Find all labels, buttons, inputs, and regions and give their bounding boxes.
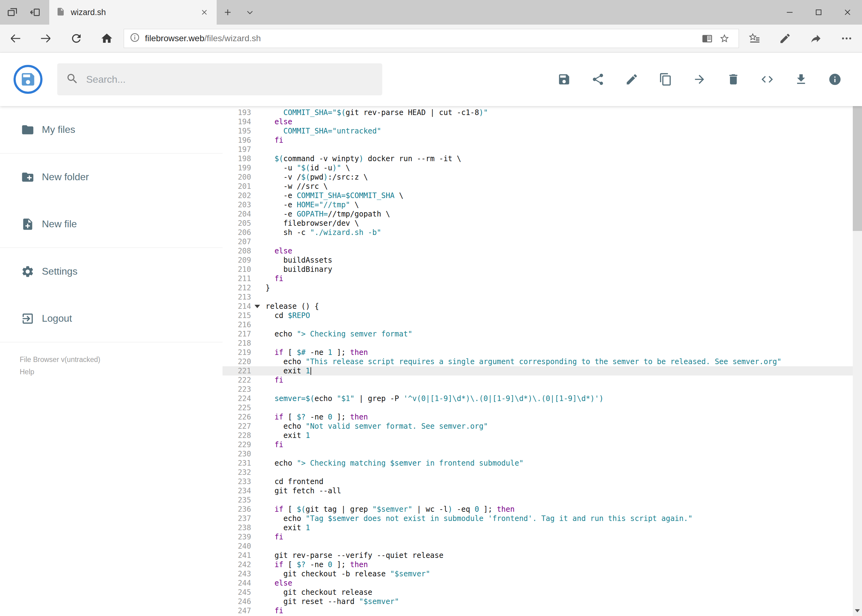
minimize-button[interactable] bbox=[775, 0, 804, 25]
code-line[interactable]: 194 else bbox=[222, 117, 853, 126]
edit-button[interactable] bbox=[624, 72, 639, 87]
code-line[interactable]: 217 echo "> Checking semver format" bbox=[222, 329, 853, 339]
code-line[interactable]: 193 COMMIT_SHA="$(git rev-parse HEAD | c… bbox=[222, 108, 853, 117]
code-line[interactable]: 231 echo "> Checking matching $semver in… bbox=[222, 459, 853, 468]
help-link[interactable]: Help bbox=[20, 366, 222, 378]
code-line[interactable]: 246 git reset --hard "$semver" bbox=[222, 597, 853, 606]
code-line[interactable]: 243 git checkout -b release "$semver" bbox=[222, 569, 853, 578]
code-line[interactable]: 204 -e GOPATH=//tmp/gopath \ bbox=[222, 209, 853, 218]
move-button[interactable] bbox=[692, 72, 707, 87]
code-line[interactable]: 199 -u "$(id -u)" \ bbox=[222, 163, 853, 173]
browser-tab[interactable]: wizard.sh bbox=[49, 0, 217, 25]
code-line[interactable]: 215 cd $REPO bbox=[222, 311, 853, 320]
sidebar-item-new-file[interactable]: New file bbox=[0, 201, 222, 248]
url-field[interactable]: filebrowser.web/files/wizard.sh bbox=[124, 29, 739, 48]
sidebar-item-settings[interactable]: Settings bbox=[0, 248, 222, 295]
sidebar-item-logout[interactable]: Logout bbox=[0, 295, 222, 342]
code-line[interactable]: 232 bbox=[222, 468, 853, 477]
copy-button[interactable] bbox=[658, 72, 673, 87]
back-button[interactable] bbox=[0, 25, 30, 52]
sidebar-item-new-folder[interactable]: New folder bbox=[0, 154, 222, 201]
home-button[interactable] bbox=[91, 25, 122, 52]
code-line[interactable]: 206 sh -c "./wizard.sh -b" bbox=[222, 228, 853, 237]
tab-dropdown-icon[interactable] bbox=[239, 0, 261, 25]
share-button[interactable] bbox=[591, 72, 605, 87]
star-icon[interactable] bbox=[716, 30, 733, 47]
code-line[interactable]: 220 echo "This release script requires a… bbox=[222, 357, 853, 366]
code-line[interactable]: 200 -v /$(pwd):/src:z \ bbox=[222, 173, 853, 182]
code-line[interactable]: 195 COMMIT_SHA="untracked" bbox=[222, 126, 853, 136]
tab-preview-icon[interactable] bbox=[6, 6, 19, 19]
new-tab-button[interactable] bbox=[217, 0, 239, 25]
info-button[interactable] bbox=[827, 72, 842, 87]
more-icon[interactable] bbox=[831, 25, 862, 52]
code-line[interactable]: 205 filebrowser/dev \ bbox=[222, 218, 853, 228]
code-line[interactable]: 201 -w //src \ bbox=[222, 182, 853, 191]
code-line[interactable]: 225 bbox=[222, 403, 853, 412]
code-line[interactable]: 212} bbox=[222, 283, 853, 292]
vertical-scrollbar[interactable] bbox=[853, 53, 862, 616]
code-line[interactable]: 247 fi bbox=[222, 606, 853, 615]
search-input[interactable] bbox=[85, 74, 373, 85]
code-line[interactable]: 203 -e HOME="//tmp" \ bbox=[222, 200, 853, 209]
code-button[interactable] bbox=[760, 72, 775, 87]
code-line[interactable]: 218 bbox=[222, 339, 853, 348]
code-line[interactable]: 211 fi bbox=[222, 274, 853, 283]
code-line[interactable]: 227 echo "Not valid semver format. See s… bbox=[222, 422, 853, 431]
code-editor[interactable]: 193 COMMIT_SHA="$(git rev-parse HEAD | c… bbox=[222, 106, 853, 616]
close-button[interactable] bbox=[833, 0, 862, 25]
code-line[interactable]: 245 git checkout release bbox=[222, 588, 853, 597]
reader-icon[interactable] bbox=[698, 30, 716, 47]
code-line[interactable]: 239 fi bbox=[222, 532, 853, 542]
code-line[interactable]: 230 bbox=[222, 449, 853, 459]
code-line[interactable]: 214release () { bbox=[222, 302, 853, 311]
code-line[interactable]: 240 bbox=[222, 542, 853, 551]
set-aside-icon[interactable] bbox=[28, 6, 42, 19]
code-line[interactable]: 224 semver=$(echo "$1" | grep -P '^v(0|[… bbox=[222, 394, 853, 403]
code-line[interactable]: 226 if [ $? -ne 0 ]; then bbox=[222, 412, 853, 422]
code-line[interactable]: 196 fi bbox=[222, 136, 853, 145]
filebrowser-logo[interactable] bbox=[14, 65, 43, 94]
code-line[interactable]: 198 $(command -v winpty) docker run --rm… bbox=[222, 154, 853, 163]
code-line[interactable]: 241 git rev-parse --verify --quiet relea… bbox=[222, 551, 853, 560]
download-button[interactable] bbox=[794, 72, 808, 87]
code-line[interactable]: 242 if [ $? -ne 0 ]; then bbox=[222, 560, 853, 569]
delete-button[interactable] bbox=[726, 72, 741, 87]
code-line[interactable]: 222 fi bbox=[222, 376, 853, 385]
code-line[interactable]: 197 bbox=[222, 145, 853, 154]
hub-icon[interactable] bbox=[739, 25, 770, 52]
code-line[interactable]: 202 -e COMMIT_SHA=$COMMIT_SHA \ bbox=[222, 191, 853, 200]
fold-gutter bbox=[251, 329, 266, 339]
code-line[interactable]: 228 exit 1 bbox=[222, 431, 853, 440]
code-line[interactable]: 210 buildBinary bbox=[222, 265, 853, 274]
code-line[interactable]: 233 cd frontend bbox=[222, 477, 853, 486]
code-line[interactable]: 216 bbox=[222, 320, 853, 329]
code-line[interactable]: 238 exit 1 bbox=[222, 523, 853, 532]
code-line[interactable]: 235 bbox=[222, 495, 853, 504]
code-line[interactable]: 207 bbox=[222, 237, 853, 246]
fold-gutter[interactable] bbox=[251, 302, 266, 311]
scroll-down-icon[interactable] bbox=[853, 605, 862, 616]
page-info-icon[interactable] bbox=[129, 32, 140, 45]
code-line[interactable]: 221 exit 1 bbox=[222, 366, 853, 376]
pen-icon[interactable] bbox=[770, 25, 801, 52]
code-line[interactable]: 234 git fetch --all bbox=[222, 486, 853, 495]
code-line[interactable]: 244 else bbox=[222, 578, 853, 588]
code-line[interactable]: 223 bbox=[222, 385, 853, 394]
refresh-button[interactable] bbox=[61, 25, 91, 52]
code-line[interactable]: 209 buildAssets bbox=[222, 256, 853, 265]
forward-button[interactable] bbox=[30, 25, 61, 52]
maximize-button[interactable] bbox=[804, 0, 833, 25]
code-line[interactable]: 213 bbox=[222, 292, 853, 302]
save-button[interactable] bbox=[557, 72, 572, 87]
code-line[interactable]: 208 else bbox=[222, 246, 853, 256]
code-line[interactable]: 237 echo "Tag $semver does not exist in … bbox=[222, 514, 853, 523]
share-page-icon[interactable] bbox=[801, 25, 831, 52]
fold-arrow-icon[interactable] bbox=[255, 305, 260, 308]
code-line[interactable]: 236 if [ $(git tag | grep "$semver" | wc… bbox=[222, 504, 853, 514]
tab-close-icon[interactable] bbox=[199, 7, 210, 18]
code-line[interactable]: 219 if [ $# -ne 1 ]; then bbox=[222, 348, 853, 357]
sidebar-item-my-files[interactable]: My files bbox=[0, 106, 222, 153]
search-box[interactable] bbox=[57, 63, 382, 95]
code-line[interactable]: 229 fi bbox=[222, 440, 853, 449]
